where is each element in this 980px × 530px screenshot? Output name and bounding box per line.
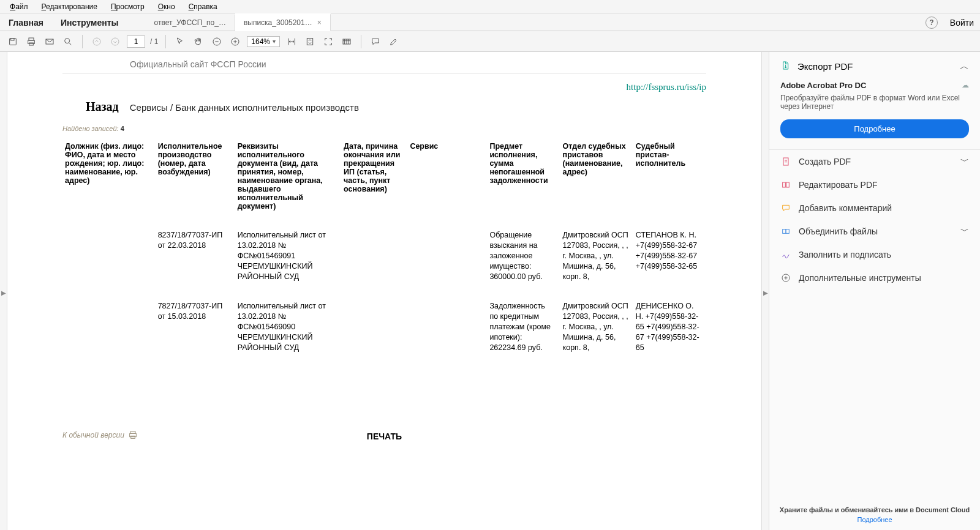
cell-document: Исполнительный лист от 13.02.2018 № ФС№0…	[235, 291, 341, 362]
svg-point-8	[111, 38, 119, 45]
export-pdf-header[interactable]: Экспорт PDF ︿	[769, 52, 980, 81]
menu-view[interactable]: Просмотр	[107, 1, 148, 12]
chevron-down-icon: ﹀	[960, 226, 969, 237]
zoom-in-icon[interactable]	[228, 35, 242, 48]
zoom-select[interactable]: 164%▾	[247, 36, 280, 47]
hand-icon[interactable]	[192, 35, 205, 48]
back-link[interactable]: Назад	[86, 100, 119, 114]
pdf-page: Официальный сайт ФССП России http://fssp…	[7, 52, 761, 466]
login-button[interactable]: Войти	[944, 14, 980, 31]
cell-dept: Дмитровский ОСП 127083, Россия, , , г. М…	[560, 291, 633, 362]
export-pdf-body: ☁ Adobe Acrobat Pro DC Преобразуйте файл…	[769, 81, 980, 149]
zoom-out-icon[interactable]	[210, 35, 224, 48]
footer-link[interactable]: Подробнее	[779, 516, 970, 523]
menu-help[interactable]: Справка	[185, 1, 221, 12]
print-icon[interactable]	[24, 35, 38, 48]
edit-pdf-icon	[780, 179, 791, 190]
chevron-down-icon: ﹀	[960, 156, 969, 167]
save-icon[interactable]	[6, 35, 20, 48]
tool-more-tools[interactable]: Дополнительные инструменты	[769, 266, 980, 289]
menu-file[interactable]: Файл	[6, 1, 32, 12]
table-row: 8237/18/77037-ИП от 22.03.2018 Исполните…	[62, 220, 706, 291]
comment-icon[interactable]	[369, 35, 382, 48]
right-panel: Экспорт PDF ︿ ☁ Adobe Acrobat Pro DC Пре…	[769, 52, 980, 530]
found-count: 4	[121, 125, 124, 132]
normal-version-label: К обычной версии	[62, 431, 124, 439]
menu-edit[interactable]: Редактирование	[38, 1, 101, 12]
normal-version-link[interactable]: К обычной версии	[62, 430, 138, 440]
more-button[interactable]: Подробнее	[780, 119, 969, 138]
highlight-icon[interactable]	[387, 35, 401, 48]
close-icon[interactable]: ×	[317, 18, 322, 27]
plus-circle-icon	[780, 272, 791, 283]
tab-tools[interactable]: Инструменты	[52, 14, 127, 31]
tool-edit-pdf[interactable]: Редактировать PDF	[769, 173, 980, 196]
tool-combine-files[interactable]: Объединить файлы ﹀	[769, 220, 980, 243]
create-pdf-icon	[780, 156, 791, 167]
help-button[interactable]: ?	[925, 17, 938, 29]
page-down-icon[interactable]	[108, 35, 122, 48]
tab-home[interactable]: Главная	[0, 14, 52, 31]
comment-tool-icon	[780, 203, 791, 214]
tool-label: Создать PDF	[799, 157, 851, 166]
divider	[62, 73, 706, 73]
app-title: Adobe Acrobat Pro DC	[780, 81, 969, 90]
table-header-row: Должник (физ. лицо: ФИО, дата и место ро…	[62, 140, 706, 220]
search-icon[interactable]	[61, 35, 75, 48]
app-desc: Преобразуйте файлы PDF в формат Word или…	[780, 94, 969, 111]
document-wrap: ▶ Официальный сайт ФССП России http://fs…	[0, 52, 769, 530]
svg-rect-16	[783, 158, 788, 165]
tool-fill-sign[interactable]: Заполнить и подписать	[769, 243, 980, 266]
left-panel-toggle[interactable]: ▶	[0, 52, 7, 530]
fit-width-icon[interactable]	[285, 35, 298, 48]
cell-dept: Дмитровский ОСП 127083, Россия, , , г. М…	[560, 220, 633, 291]
export-pdf-label: Экспорт PDF	[797, 61, 853, 72]
svg-rect-2	[29, 38, 34, 40]
tool-label: Заполнить и подписать	[799, 250, 891, 259]
records-found: Найдено записей: 4	[62, 125, 706, 132]
right-panel-toggle[interactable]: ▶	[761, 52, 769, 530]
tool-label: Дополнительные инструменты	[799, 273, 921, 283]
th-service: Сервис	[407, 140, 487, 220]
found-label: Найдено записей:	[62, 125, 121, 132]
th-bailiff: Судебный пристав-исполнитель	[633, 140, 706, 220]
pointer-icon[interactable]	[173, 35, 187, 48]
cloud-icon: ☁	[962, 81, 969, 89]
toolbar: / 1 164%▾	[0, 31, 980, 52]
tool-add-comment[interactable]: Добавить комментарий	[769, 196, 980, 220]
fit-page-icon[interactable]	[303, 35, 317, 48]
svg-rect-18	[786, 182, 790, 187]
print-button[interactable]: ПЕЧАТЬ	[62, 431, 706, 441]
sign-icon	[780, 249, 791, 260]
svg-rect-19	[783, 230, 786, 234]
tool-create-pdf[interactable]: Создать PDF ﹀	[769, 150, 980, 173]
site-header: Официальный сайт ФССП России	[130, 59, 706, 69]
th-document: Реквизиты исполнительного документа (вид…	[235, 140, 341, 220]
zoom-value: 164%	[251, 37, 270, 46]
table-row: 7827/18/77037-ИП от 15.03.2018 Исполните…	[62, 291, 706, 362]
svg-rect-15	[131, 436, 135, 438]
breadcrumb: Сервисы / Банк данных исполнительных про…	[130, 102, 359, 113]
page-up-icon[interactable]	[90, 35, 104, 48]
mail-icon[interactable]	[43, 35, 56, 48]
tab-doc1[interactable]: ответ_УФССП_по_…	[145, 15, 235, 31]
svg-rect-1	[11, 38, 14, 40]
menu-window[interactable]: Окно	[154, 1, 179, 12]
page-number-input[interactable]	[127, 35, 145, 48]
document-area[interactable]: Официальный сайт ФССП России http://fssp…	[7, 52, 761, 530]
cell-subject: Задолженность по кредитным платежам (кро…	[487, 291, 560, 362]
svg-point-7	[93, 38, 100, 45]
fullscreen-icon[interactable]	[322, 35, 335, 48]
breadcrumb-row: Назад Сервисы / Банк данных исполнительн…	[86, 100, 706, 114]
cell-subject: Обращение взыскания на заложенное имущес…	[487, 220, 560, 291]
tool-label: Редактировать PDF	[799, 180, 878, 190]
read-mode-icon[interactable]	[340, 35, 353, 48]
footer-text: Храните файлы и обменивайтесь ими в Docu…	[780, 506, 970, 513]
th-proceeding: Исполнительное производство (номер, дата…	[156, 140, 235, 220]
workspace: ▶ Официальный сайт ФССП России http://fs…	[0, 52, 980, 530]
cell-document: Исполнительный лист от 13.02.2018 № ФС№0…	[235, 220, 341, 291]
tab-doc2[interactable]: выписка_3005201…×	[235, 13, 331, 31]
th-debtor: Должник (физ. лицо: ФИО, дата и место ро…	[62, 140, 156, 220]
tab-doc2-label: выписка_3005201…	[244, 18, 312, 27]
th-dept: Отдел судебных приставов (наименование, …	[560, 140, 633, 220]
